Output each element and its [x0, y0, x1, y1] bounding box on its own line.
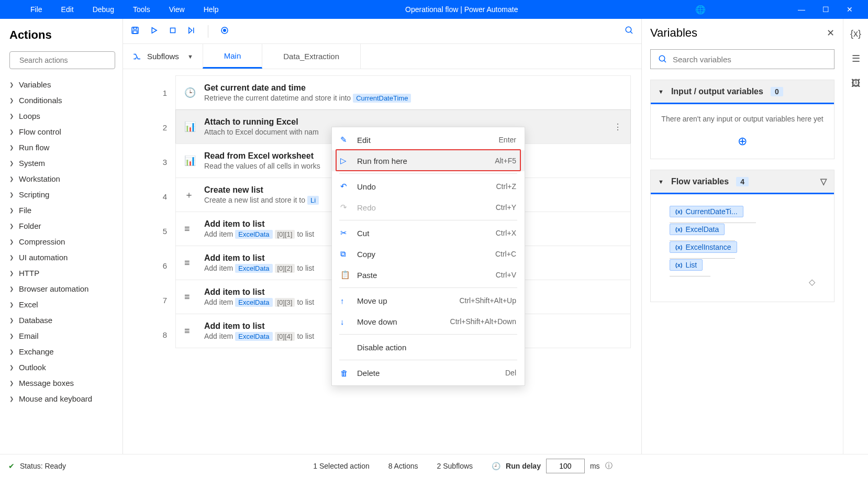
step-description: Retrieve the current datetime and store … — [204, 94, 411, 103]
menu-item-disable-action[interactable]: Disable action — [332, 337, 525, 358]
category-item[interactable]: ❯Browser automation — [9, 281, 115, 296]
step-description: Add item ExcelData [0][1] to list — [204, 230, 314, 239]
menu-item-move-down[interactable]: ↓Move downCtrl+Shift+Alt+Down — [332, 311, 525, 332]
category-item[interactable]: ❯Workstation — [9, 171, 115, 186]
category-label: System — [19, 159, 45, 168]
tab-data-extraction[interactable]: Data_Extraction — [262, 44, 361, 69]
line-number: 1 — [163, 75, 167, 110]
shortcut: Enter — [499, 136, 516, 144]
chevron-right-icon: ❯ — [9, 97, 14, 103]
variable-chip[interactable]: (x)ExcelData — [670, 224, 725, 235]
category-item[interactable]: ❯Scripting — [9, 186, 115, 202]
category-item[interactable]: ❯Folder — [9, 218, 115, 234]
menu-tools[interactable]: Tools — [124, 5, 160, 14]
category-item[interactable]: ❯Mouse and keyboard — [9, 391, 115, 406]
variable-chip[interactable]: (x)CurrentDateTi... — [670, 206, 743, 217]
category-item[interactable]: ❯UI automation — [9, 249, 115, 265]
subflows-count: 2 Subflows — [437, 462, 473, 470]
menu-edit[interactable]: Edit — [52, 5, 83, 14]
flow-variables-section: ▼ Flow variables 4 ▽ (x)CurrentDateTi...… — [650, 170, 834, 302]
actions-search[interactable] — [9, 51, 115, 69]
images-icon[interactable]: 🖼 — [851, 78, 861, 89]
menu-item-edit[interactable]: ✎EditEnter — [332, 129, 525, 150]
flow-step[interactable]: 🕒Get current date and timeRetrieve the c… — [175, 75, 631, 110]
info-icon[interactable]: ⓘ — [605, 461, 613, 471]
filter-icon[interactable]: ▽ — [820, 176, 827, 186]
menu-item-run-from-here[interactable]: ▷Run from hereAlt+F5 — [332, 150, 525, 171]
category-item[interactable]: ❯System — [9, 155, 115, 171]
step-icon[interactable] — [187, 26, 196, 37]
menu-debug[interactable]: Debug — [83, 5, 124, 14]
status-bar: ✔ Status: Ready 1 Selected action 8 Acti… — [0, 454, 868, 477]
category-item[interactable]: ❯Email — [9, 328, 115, 343]
run-icon[interactable] — [149, 26, 159, 37]
menu-item-label: Copy — [357, 250, 488, 259]
chevron-right-icon: ❯ — [9, 396, 14, 402]
shortcut: Ctrl+Z — [496, 182, 517, 191]
variable-chip[interactable]: (x)ExcelInstance — [670, 241, 737, 253]
down-icon: ↓ — [340, 317, 350, 326]
chevron-right-icon: ❯ — [9, 349, 14, 354]
category-label: Flow control — [19, 127, 61, 136]
flow-search-icon[interactable] — [625, 26, 634, 37]
close-panel-icon[interactable]: ✕ — [827, 27, 834, 39]
tab-main[interactable]: Main — [203, 44, 263, 69]
category-item[interactable]: ❯Flow control — [9, 124, 115, 139]
actions-search-input[interactable] — [19, 56, 111, 64]
redo-icon: ↷ — [340, 203, 350, 212]
category-item[interactable]: ❯Message boxes — [9, 375, 115, 391]
menu-item-label: Move up — [357, 296, 452, 305]
category-item[interactable]: ❯Run flow — [9, 139, 115, 155]
category-item[interactable]: ❯Conditionals — [9, 92, 115, 108]
category-label: Variables — [19, 80, 51, 89]
menu-item-delete[interactable]: 🗑DeleteDel — [332, 362, 525, 383]
menu-item-cut[interactable]: ✂CutCtrl+X — [332, 223, 525, 243]
category-label: Workstation — [19, 174, 60, 183]
chevron-down-icon: ▼ — [187, 53, 193, 60]
chevron-right-icon: ❯ — [9, 207, 14, 213]
menu-item-paste[interactable]: 📋PasteCtrl+V — [332, 264, 525, 285]
variable-chip[interactable]: (x)List — [670, 259, 703, 271]
variables-tool-icon[interactable]: {x} — [850, 28, 861, 39]
layers-icon[interactable]: ☰ — [852, 53, 860, 64]
shortcut: Alt+F5 — [495, 157, 516, 165]
chevron-right-icon: ❯ — [9, 302, 14, 307]
category-label: Exchange — [19, 347, 54, 356]
menu-file[interactable]: File — [21, 5, 52, 14]
category-item[interactable]: ❯Loops — [9, 108, 115, 124]
chevron-right-icon: ❯ — [9, 270, 14, 276]
run-delay-input[interactable] — [546, 459, 585, 473]
category-item[interactable]: ❯Excel — [9, 296, 115, 312]
category-item[interactable]: ❯Compression — [9, 234, 115, 249]
menu-view[interactable]: View — [160, 5, 194, 14]
io-variables-header[interactable]: ▼ Input / output variables 0 — [651, 80, 834, 104]
category-item[interactable]: ❯HTTP — [9, 265, 115, 281]
record-icon[interactable] — [220, 26, 229, 37]
minimize-icon[interactable]: — — [789, 5, 814, 14]
flow-variables-header[interactable]: ▼ Flow variables 4 ▽ — [651, 170, 834, 194]
more-icon[interactable]: ⋮ — [614, 122, 622, 132]
category-item[interactable]: ❯Database — [9, 312, 115, 328]
category-item[interactable]: ❯Variables — [9, 76, 115, 92]
variables-search[interactable] — [650, 49, 834, 69]
variables-search-input[interactable] — [673, 55, 827, 64]
category-item[interactable]: ❯Exchange — [9, 343, 115, 359]
save-icon[interactable] — [130, 26, 140, 37]
category-item[interactable]: ❯Outlook — [9, 359, 115, 375]
selected-count: 1 Selected action — [313, 462, 369, 470]
maximize-icon[interactable]: ☐ — [814, 5, 838, 14]
menu-help[interactable]: Help — [194, 5, 228, 14]
category-label: Email — [19, 331, 39, 340]
menu-item-move-up[interactable]: ↑Move upCtrl+Shift+Alt+Up — [332, 290, 525, 311]
category-item[interactable]: ❯File — [9, 202, 115, 218]
cut-icon: ✂ — [340, 228, 350, 238]
environment-icon[interactable]: 🌐 — [695, 5, 706, 15]
add-variable-icon[interactable]: ⊕ — [658, 135, 827, 148]
stop-icon[interactable] — [168, 26, 177, 37]
menu-item-undo[interactable]: ↶UndoCtrl+Z — [332, 176, 525, 197]
step-title: Add item to list — [204, 287, 314, 297]
subflows-label: Subflows — [147, 52, 179, 61]
menu-item-copy[interactable]: ⧉CopyCtrl+C — [332, 243, 525, 264]
close-icon[interactable]: ✕ — [838, 5, 862, 14]
subflows-dropdown[interactable]: Subflows ▼ — [123, 44, 203, 69]
